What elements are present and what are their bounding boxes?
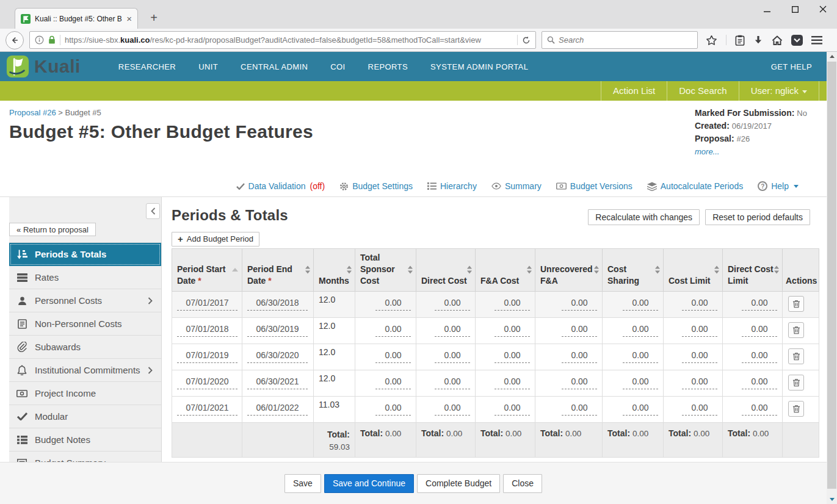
sidebar-item-project-income[interactable]: Project Income [9, 382, 161, 405]
url-bar[interactable]: https://siue-sbx.kuali.co/res/kc-pd-krad… [29, 31, 536, 49]
cost-field[interactable]: 0.00 [375, 376, 411, 389]
period-start-field[interactable]: 07/01/2019 [177, 350, 237, 363]
cost-field[interactable]: 0.00 [562, 324, 597, 337]
column-header-direct-cost-limit[interactable]: Direct Cost Limit [723, 249, 783, 292]
cost-field[interactable]: 0.00 [375, 298, 411, 311]
cost-field[interactable]: 0.00 [623, 298, 658, 311]
column-header-direct-cost[interactable]: Direct Cost [416, 249, 476, 292]
back-button[interactable] [5, 31, 24, 49]
cost-field[interactable]: 0.00 [435, 298, 470, 311]
scrollbar-thumb[interactable] [827, 62, 836, 489]
cost-field[interactable]: 0.00 [562, 298, 597, 311]
cost-field[interactable]: 0.00 [375, 324, 411, 337]
complete-budget-button[interactable]: Complete Budget [417, 474, 500, 493]
column-header-cost-limit[interactable]: Cost Limit [664, 249, 723, 292]
cost-field[interactable]: 0.00 [495, 298, 530, 311]
data-validation-link[interactable]: Data Validation (off) [236, 181, 325, 191]
reset-defaults-button[interactable]: Reset to period defaults [705, 209, 810, 225]
get-help-link[interactable]: GET HELP [771, 62, 821, 71]
maximize-button[interactable] [781, 0, 809, 18]
delete-period-button[interactable] [788, 296, 804, 312]
home-icon[interactable] [772, 35, 783, 45]
period-start-field[interactable]: 07/01/2021 [177, 403, 237, 416]
autocalculate-periods-link[interactable]: Autocalculate Periods [647, 181, 743, 191]
delete-period-button[interactable] [788, 401, 804, 417]
cost-field[interactable]: 0.00 [682, 403, 717, 416]
budget-settings-link[interactable]: Budget Settings [339, 181, 413, 191]
return-to-proposal-button[interactable]: « Return to proposal [9, 223, 96, 236]
nav-reports[interactable]: REPORTS [368, 62, 408, 71]
new-tab-button[interactable]: + [145, 11, 162, 25]
add-budget-period-button[interactable]: +Add Budget Period [172, 232, 259, 247]
kuali-logo[interactable] [6, 55, 29, 78]
cost-field[interactable]: 0.00 [623, 324, 658, 337]
cost-field[interactable]: 0.00 [495, 403, 530, 416]
cost-field[interactable]: 0.00 [435, 403, 470, 416]
pocket-icon[interactable] [791, 35, 803, 46]
cost-field[interactable]: 0.00 [623, 350, 658, 363]
recalculate-button[interactable]: Recalculate with changes [588, 209, 700, 225]
cost-field[interactable]: 0.00 [682, 324, 717, 337]
sidebar-item-non-personnel-costs[interactable]: Non-Personnel Costs [9, 312, 161, 336]
browser-tab[interactable]: Kuali :: Budget #5: Other Bud × [15, 8, 138, 29]
lock-icon[interactable] [48, 35, 56, 45]
sidebar-item-institutional-commitments[interactable]: Institutional Commitments [9, 359, 161, 382]
close-budget-button[interactable]: Close [503, 474, 542, 493]
cost-field[interactable]: 0.00 [435, 324, 470, 337]
budget-versions-link[interactable]: Budget Versions [556, 181, 632, 191]
save-and-continue-button[interactable]: Save and Continue [324, 474, 414, 493]
sidebar-item-rates[interactable]: Rates [9, 266, 161, 289]
delete-period-button[interactable] [788, 322, 804, 338]
nav-researcher[interactable]: RESEARCHER [118, 62, 176, 71]
action-list-link[interactable]: Action List [601, 81, 667, 101]
bookmark-star-icon[interactable] [706, 35, 717, 46]
cost-field[interactable]: 0.00 [375, 403, 411, 416]
period-end-field[interactable]: 06/30/2020 [247, 350, 308, 363]
meta-more-link[interactable]: more... [695, 147, 817, 156]
save-button[interactable]: Save [284, 474, 321, 493]
column-header-unrecovered-f-a[interactable]: Unrecovered F&A [535, 249, 603, 292]
cost-field[interactable]: 0.00 [742, 350, 777, 363]
period-end-field[interactable]: 06/30/2018 [247, 298, 308, 311]
delete-period-button[interactable] [788, 375, 804, 391]
nav-central-admin[interactable]: CENTRAL ADMIN [241, 62, 308, 71]
menu-hamburger-icon[interactable] [811, 36, 822, 45]
doc-search-link[interactable]: Doc Search [667, 81, 738, 101]
nav-coi[interactable]: COI [330, 62, 345, 71]
cost-field[interactable]: 0.00 [682, 376, 717, 389]
sidebar-item-budget-summary[interactable]: Budget Summary [9, 452, 161, 462]
column-header-f-a-cost[interactable]: F&A Cost [476, 249, 535, 292]
bookmarks-clipboard-icon[interactable] [735, 35, 745, 46]
cost-field[interactable]: 0.00 [562, 403, 597, 416]
delete-period-button[interactable] [788, 348, 804, 364]
sidebar-item-periods-totals[interactable]: Periods & Totals [9, 243, 161, 266]
cost-field[interactable]: 0.00 [623, 403, 658, 416]
cost-field[interactable]: 0.00 [682, 298, 717, 311]
scroll-down-arrow-icon[interactable] [827, 495, 837, 504]
cost-field[interactable]: 0.00 [562, 350, 597, 363]
cost-field[interactable]: 0.00 [742, 403, 777, 416]
hierarchy-link[interactable]: Hierarchy [427, 181, 477, 191]
period-start-field[interactable]: 07/01/2018 [177, 324, 237, 337]
cost-field[interactable]: 0.00 [562, 376, 597, 389]
summary-link[interactable]: Summary [491, 181, 542, 191]
sidebar-item-modular[interactable]: Modular [9, 405, 161, 428]
sidebar-item-budget-notes[interactable]: Budget Notes [9, 428, 161, 452]
sidebar-collapse-button[interactable] [146, 203, 160, 219]
period-end-field[interactable]: 06/30/2019 [247, 324, 308, 337]
column-header-total-sponsor-cost[interactable]: Total Sponsor Cost [355, 249, 416, 292]
period-start-field[interactable]: 07/01/2017 [177, 298, 237, 311]
column-header-cost-sharing[interactable]: Cost Sharing [603, 249, 664, 292]
reload-icon[interactable] [522, 36, 531, 45]
cost-field[interactable]: 0.00 [742, 298, 777, 311]
cost-field[interactable]: 0.00 [495, 324, 530, 337]
search-box[interactable] [542, 31, 698, 49]
breadcrumb-proposal-link[interactable]: Proposal #26 [9, 108, 56, 117]
cost-field[interactable]: 0.00 [742, 324, 777, 337]
info-icon[interactable] [35, 35, 44, 45]
close-button[interactable] [809, 0, 837, 18]
column-header-period-end-date[interactable]: Period End Date * [242, 249, 314, 292]
nav-system-admin-portal[interactable]: SYSTEM ADMIN PORTAL [430, 62, 528, 71]
search-input[interactable] [559, 35, 692, 45]
cost-field[interactable]: 0.00 [623, 376, 658, 389]
